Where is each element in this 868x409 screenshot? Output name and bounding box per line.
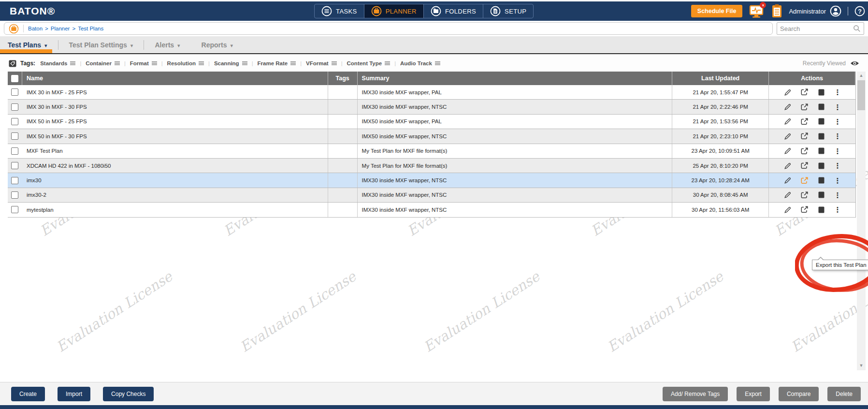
- table-row[interactable]: XDCAM HD 422 in MXF - 1080i50 My Test Pl…: [8, 159, 855, 173]
- copy-icon[interactable]: [817, 132, 826, 141]
- search-input[interactable]: [780, 25, 853, 32]
- more-menu-icon[interactable]: ⋮: [834, 191, 841, 199]
- row-checkbox[interactable]: [11, 177, 18, 184]
- edit-icon[interactable]: [783, 102, 792, 111]
- export-button[interactable]: Export: [737, 387, 770, 401]
- export-icon[interactable]: [800, 146, 809, 155]
- row-checkbox[interactable]: [11, 162, 18, 169]
- table-row[interactable]: MXF Test Plan My Test Plan for MXF file …: [8, 144, 855, 159]
- column-header-name[interactable]: Name: [22, 72, 328, 85]
- table-row[interactable]: IMX 50 in MXF - 25 FPS IMX50 inside MXF …: [8, 115, 855, 129]
- tag-filter-format[interactable]: Format: [130, 60, 157, 66]
- export-icon[interactable]: [800, 161, 809, 170]
- edit-icon[interactable]: [783, 146, 792, 155]
- breadcrumb-link-baton[interactable]: Baton: [28, 26, 43, 31]
- schedule-file-button[interactable]: Schedule File: [691, 5, 743, 17]
- table-row[interactable]: imx30-2 IMX30 inside MXF wrapper, NTSC 3…: [8, 188, 855, 203]
- menu-reports[interactable]: Reports: [202, 41, 233, 49]
- scroll-up-icon[interactable]: ▲: [857, 72, 866, 79]
- edit-icon[interactable]: [783, 176, 792, 185]
- row-checkbox[interactable]: [11, 88, 18, 96]
- table-row[interactable]: IMX 50 in MXF - 30 FPS IMX50 inside MXF …: [8, 129, 855, 144]
- table-row[interactable]: IMX 30 in MXF - 25 FPS IMX30 inside MXF …: [8, 85, 855, 100]
- copy-icon[interactable]: [817, 161, 826, 170]
- table-row[interactable]: IMX 30 in MXF - 30 FPS IMX30 inside MXF …: [8, 100, 855, 114]
- copy-icon[interactable]: [817, 117, 826, 126]
- nav-tab-tasks[interactable]: TASKS: [315, 4, 364, 18]
- column-header-last-updated[interactable]: Last Updated: [672, 72, 769, 85]
- vertical-scrollbar[interactable]: ▲ ▼: [857, 72, 866, 370]
- nav-tab-setup[interactable]: SETUP: [483, 4, 533, 18]
- delete-button[interactable]: Delete: [827, 387, 861, 401]
- more-menu-icon[interactable]: ⋮: [834, 88, 841, 96]
- breadcrumb-link-test-plans[interactable]: Test Plans: [78, 26, 103, 31]
- export-tooltip: Export this Test Plan: [812, 260, 868, 270]
- row-checkbox[interactable]: [11, 206, 18, 213]
- select-all-checkbox[interactable]: [11, 75, 18, 82]
- nav-tab-planner[interactable]: PLANNER: [364, 4, 424, 18]
- export-icon[interactable]: [800, 117, 809, 126]
- add-remove-tags-button[interactable]: Add/ Remove Tags: [663, 387, 728, 401]
- copy-checks-button[interactable]: Copy Checks: [103, 387, 154, 401]
- tag-filter-container[interactable]: Container: [86, 60, 120, 66]
- copy-icon[interactable]: [817, 102, 826, 111]
- more-menu-icon[interactable]: ⋮: [834, 147, 841, 155]
- menu-alerts[interactable]: Alerts: [155, 41, 180, 49]
- clipboard-icon[interactable]: [771, 4, 782, 18]
- more-menu-icon[interactable]: ⋮: [834, 118, 841, 125]
- search-icon[interactable]: [853, 25, 861, 32]
- tag-filter-audio-track[interactable]: Audio Track: [400, 60, 440, 66]
- export-icon[interactable]: [800, 132, 809, 141]
- tag-filter-standards[interactable]: Standards: [40, 60, 75, 66]
- more-menu-icon[interactable]: ⋮: [834, 177, 841, 184]
- tag-filter-content-type[interactable]: Content Type: [347, 60, 391, 66]
- tag-filter-resolution[interactable]: Resolution: [167, 60, 204, 66]
- help-icon[interactable]: ?: [854, 6, 865, 16]
- monitor-status-icon[interactable]: x: [749, 4, 765, 18]
- table-row[interactable]: imx30 IMX30 inside MXF wrapper, NTSC 23 …: [8, 173, 855, 188]
- nav-tab-folders[interactable]: FOLDERS: [424, 4, 483, 18]
- edit-icon[interactable]: [783, 190, 792, 199]
- edit-icon[interactable]: [783, 205, 792, 214]
- row-checkbox[interactable]: [11, 132, 18, 140]
- scrollbar-thumb[interactable]: [857, 80, 865, 110]
- row-checkbox[interactable]: [11, 191, 18, 199]
- more-menu-icon[interactable]: ⋮: [834, 206, 841, 213]
- more-menu-icon[interactable]: ⋮: [834, 132, 841, 140]
- column-header-tags[interactable]: Tags: [328, 72, 358, 85]
- recently-viewed-toggle[interactable]: Recently Viewed: [803, 60, 859, 67]
- menu-test-plans[interactable]: Test Plans: [8, 41, 47, 49]
- menu-test-plan-settings[interactable]: Test Plan Settings: [69, 41, 133, 49]
- more-menu-icon[interactable]: ⋮: [834, 103, 841, 111]
- copy-icon[interactable]: [817, 205, 826, 214]
- tag-filter-vformat[interactable]: VFormat: [306, 60, 337, 66]
- export-icon[interactable]: [800, 176, 809, 185]
- export-icon[interactable]: [800, 205, 809, 214]
- compare-button[interactable]: Compare: [779, 387, 819, 401]
- more-menu-icon[interactable]: ⋮: [834, 162, 841, 169]
- export-icon[interactable]: [800, 190, 809, 199]
- tag-filter-frame-rate[interactable]: Frame Rate: [258, 60, 296, 66]
- column-header-summary[interactable]: Summary: [358, 72, 673, 85]
- edit-icon[interactable]: [783, 161, 792, 170]
- scroll-down-icon[interactable]: ▼: [857, 362, 866, 369]
- export-icon[interactable]: [800, 88, 809, 97]
- edit-icon[interactable]: [783, 117, 792, 126]
- row-checkbox[interactable]: [11, 118, 18, 125]
- row-checkbox[interactable]: [11, 103, 18, 111]
- table-row[interactable]: mytestplan IMX30 inside MXF wrapper, NTS…: [8, 203, 855, 217]
- tag-filter-scanning[interactable]: Scanning: [214, 60, 247, 66]
- row-checkbox[interactable]: [11, 147, 18, 155]
- copy-icon[interactable]: [817, 146, 826, 155]
- edit-icon[interactable]: [783, 132, 792, 141]
- copy-icon[interactable]: [817, 88, 826, 97]
- create-button[interactable]: Create: [11, 387, 45, 401]
- menu-lines-icon: [332, 61, 337, 65]
- copy-icon[interactable]: [817, 176, 826, 185]
- import-button[interactable]: Import: [58, 387, 90, 401]
- edit-icon[interactable]: [783, 88, 792, 97]
- breadcrumb-link-planner[interactable]: Planner: [51, 26, 70, 31]
- user-menu[interactable]: Administrator: [789, 5, 841, 17]
- export-icon[interactable]: [800, 102, 809, 111]
- copy-icon[interactable]: [817, 190, 826, 199]
